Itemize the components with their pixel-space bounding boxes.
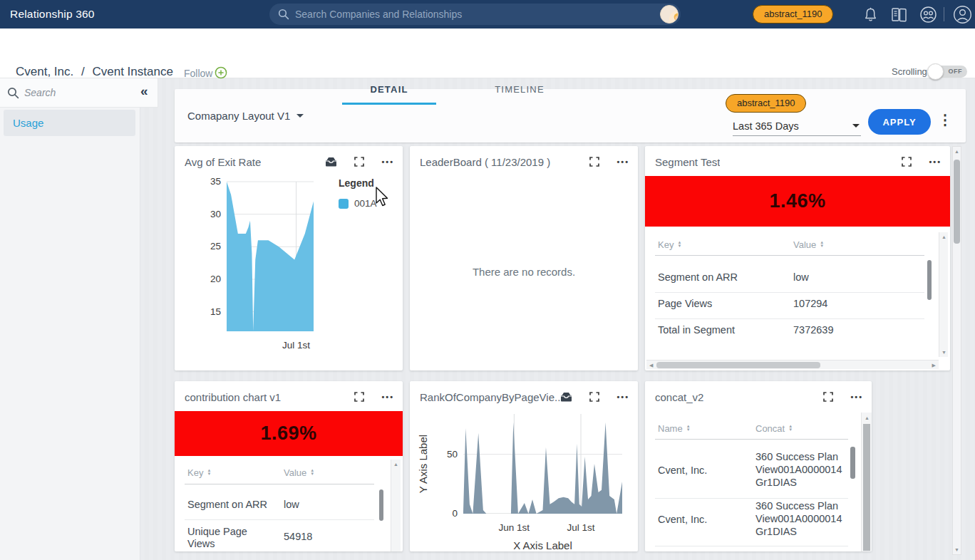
chevron-down-icon — [296, 114, 304, 118]
global-search-input[interactable] — [295, 4, 644, 25]
legend-item[interactable]: 001A — [339, 198, 377, 209]
scroll-up-icon[interactable]: ▲ — [393, 462, 398, 467]
widget-menu-icon[interactable]: ••• — [381, 157, 394, 166]
sidebar-search: « — [0, 78, 158, 108]
legend-swatch — [339, 199, 349, 209]
column-header-key[interactable]: Key▲▼ — [658, 239, 681, 250]
widget-menu-icon[interactable]: ••• — [929, 157, 942, 166]
widget-title: Avg of Exit Rate — [185, 146, 261, 179]
table-row-value: low — [793, 271, 809, 283]
sidebar-item-usage[interactable]: Usage — [4, 110, 135, 136]
fullscreen-icon[interactable] — [589, 392, 599, 402]
table-scroll-thumb[interactable] — [927, 260, 932, 300]
knowledge-book-icon[interactable] — [891, 0, 907, 28]
table-row-concat: 360 Success Plan View001A0000014Gr1DIAS — [755, 499, 844, 538]
widget-menu-icon[interactable]: ••• — [617, 157, 629, 166]
community-icon[interactable] — [919, 0, 937, 28]
table-row-key: Segment on ARR — [187, 499, 267, 510]
x-axis-tick: Jun 1st — [489, 522, 539, 533]
empty-state-text: There are no records. — [410, 266, 638, 278]
fullscreen-icon[interactable] — [354, 157, 364, 167]
x-axis-label: X Axis Label — [500, 539, 586, 551]
dashboard-scrollbar[interactable]: ▲ ▼ — [952, 146, 961, 555]
hscroll-thumb[interactable] — [656, 362, 820, 368]
widget-vertical-scrollbar[interactable]: ▲ ▼ — [939, 232, 948, 357]
scroll-left-icon[interactable]: ◀ — [649, 363, 653, 368]
export-tray-icon[interactable] — [560, 392, 572, 402]
toolbar-kebab-menu-icon[interactable]: ⋮ — [937, 106, 953, 135]
sort-icon: ▲▼ — [820, 241, 824, 248]
export-tray-icon[interactable] — [325, 157, 337, 167]
column-header-concat[interactable]: Concat▲▼ — [755, 423, 793, 434]
scroll-up-icon[interactable]: ▲ — [954, 149, 959, 154]
scroll-up-icon[interactable]: ▲ — [942, 234, 946, 239]
widget-menu-icon[interactable]: ••• — [381, 393, 394, 401]
table-row-value: low — [284, 499, 299, 510]
widget-leaderboard: LeaderBoard ( 11/23/2019 ) ••• There are… — [410, 146, 638, 370]
page-header: Cvent, Inc. / Cvent Instance Follow DETA… — [0, 28, 975, 78]
avatar-image-icon — [669, 11, 679, 24]
widget-header: RankOfCompanyByPageVie... ••• — [410, 381, 638, 413]
widget-menu-icon[interactable]: ••• — [850, 393, 863, 401]
sort-icon: ▲▼ — [207, 469, 211, 476]
fullscreen-icon[interactable] — [823, 392, 833, 402]
table-scroll-thumb[interactable] — [850, 447, 855, 479]
collapse-sidebar-icon[interactable]: « — [140, 83, 148, 99]
layout-selector[interactable]: Comapany Layout V1 — [187, 89, 304, 142]
vscroll-thumb[interactable] — [954, 160, 960, 244]
breadcrumb-instance: Cvent Instance — [92, 65, 172, 78]
y-axis-label: Y Axis Label — [417, 435, 429, 493]
scroll-right-icon[interactable]: ▶ — [932, 363, 936, 368]
widget-header: Avg of Exit Rate ••• — [175, 146, 403, 177]
fullscreen-icon[interactable] — [902, 157, 912, 167]
tab-detail[interactable]: DETAIL — [342, 84, 436, 95]
table-scroll-thumb[interactable] — [379, 489, 383, 521]
vscroll-thumb[interactable] — [863, 424, 870, 551]
table-row-key: Page Views — [658, 298, 712, 309]
fullscreen-icon[interactable] — [354, 392, 364, 402]
column-header-value[interactable]: Value▲▼ — [284, 467, 314, 478]
widget-concat-v2: concat_v2 ••• Name▲▼ Concat▲▼ Cvent, Inc… — [645, 381, 872, 551]
chevron-down-icon — [852, 124, 860, 128]
widget-vertical-scrollbar[interactable]: ▲ — [861, 413, 872, 551]
x-axis-tick: Jul 1st — [272, 340, 321, 351]
table-divider — [655, 292, 924, 293]
scroll-up-icon[interactable]: ▲ — [865, 415, 870, 420]
table-divider — [655, 498, 848, 499]
widget-title: concat_v2 — [655, 381, 703, 414]
top-navbar: Relationship 360 abstract_1190 — [0, 0, 975, 28]
column-header-name[interactable]: Name▲▼ — [658, 423, 691, 434]
sidebar-search-input[interactable] — [24, 78, 135, 107]
table-row-value: 7372639 — [793, 324, 833, 336]
breadcrumb: Cvent, Inc. / Cvent Instance — [16, 65, 173, 79]
search-avatar[interactable] — [660, 5, 679, 24]
widget-menu-icon[interactable]: ••• — [617, 393, 629, 401]
widget-vertical-scrollbar[interactable]: ▲ — [391, 460, 401, 551]
tab-timeline[interactable]: TIMELINE — [473, 84, 567, 95]
date-range-select[interactable]: Last 365 Days — [733, 118, 861, 136]
scroll-down-icon[interactable]: ▼ — [954, 547, 959, 552]
fullscreen-icon[interactable] — [589, 157, 599, 167]
widget-avg-exit-rate: Avg of Exit Rate ••• 1520253035Jul 1st L… — [175, 146, 403, 370]
follow-plus-icon[interactable] — [215, 66, 227, 82]
column-header-value[interactable]: Value▲▼ — [793, 239, 824, 250]
apply-button[interactable]: APPLY — [868, 109, 931, 135]
global-search[interactable] — [269, 4, 681, 25]
widget-header: contribution chart v1 ••• — [175, 381, 403, 413]
widget-header: concat_v2 ••• — [645, 381, 872, 413]
environment-badge: abstract_1190 — [753, 5, 833, 24]
notifications-bell-icon[interactable] — [864, 0, 877, 28]
breadcrumb-company[interactable]: Cvent, Inc. — [16, 65, 73, 78]
legend-title: Legend — [339, 177, 377, 189]
widget-title: Segment Test — [655, 146, 720, 179]
follow-label[interactable]: Follow — [184, 68, 212, 79]
toggle-knob[interactable] — [927, 63, 944, 80]
table-divider — [185, 484, 374, 484]
scrolling-toggle[interactable]: OFF — [929, 66, 967, 78]
scroll-down-icon[interactable]: ▼ — [942, 350, 946, 355]
widget-horizontal-scrollbar[interactable]: ◀ ▶ — [646, 360, 939, 369]
column-header-key[interactable]: Key▲▼ — [187, 467, 211, 478]
table-divider — [655, 439, 848, 440]
sort-icon: ▲▼ — [686, 425, 691, 432]
profile-icon[interactable] — [953, 0, 972, 28]
